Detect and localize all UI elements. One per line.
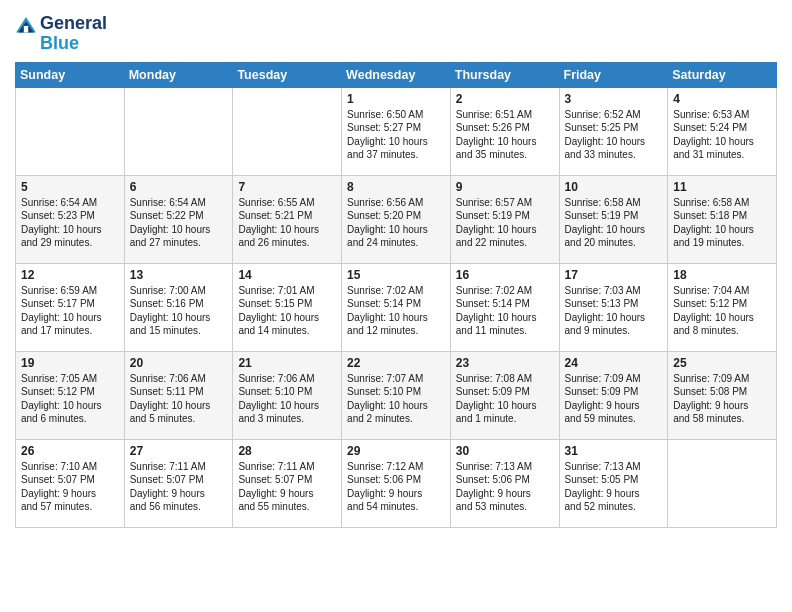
- day-info: Sunrise: 7:08 AM Sunset: 5:09 PM Dayligh…: [456, 372, 554, 426]
- day-number: 23: [456, 356, 554, 370]
- day-info: Sunrise: 6:59 AM Sunset: 5:17 PM Dayligh…: [21, 284, 119, 338]
- cell-1-5: 2Sunrise: 6:51 AM Sunset: 5:26 PM Daylig…: [450, 87, 559, 175]
- day-number: 11: [673, 180, 771, 194]
- cell-4-7: 25Sunrise: 7:09 AM Sunset: 5:08 PM Dayli…: [668, 351, 777, 439]
- day-number: 25: [673, 356, 771, 370]
- svg-rect-2: [24, 26, 28, 33]
- day-number: 10: [565, 180, 663, 194]
- day-info: Sunrise: 7:07 AM Sunset: 5:10 PM Dayligh…: [347, 372, 445, 426]
- day-number: 28: [238, 444, 336, 458]
- day-number: 6: [130, 180, 228, 194]
- cell-5-5: 30Sunrise: 7:13 AM Sunset: 5:06 PM Dayli…: [450, 439, 559, 527]
- day-number: 13: [130, 268, 228, 282]
- day-info: Sunrise: 6:51 AM Sunset: 5:26 PM Dayligh…: [456, 108, 554, 162]
- cell-4-2: 20Sunrise: 7:06 AM Sunset: 5:11 PM Dayli…: [124, 351, 233, 439]
- day-number: 15: [347, 268, 445, 282]
- day-number: 20: [130, 356, 228, 370]
- cell-5-2: 27Sunrise: 7:11 AM Sunset: 5:07 PM Dayli…: [124, 439, 233, 527]
- day-info: Sunrise: 6:50 AM Sunset: 5:27 PM Dayligh…: [347, 108, 445, 162]
- cell-1-2: [124, 87, 233, 175]
- cell-1-6: 3Sunrise: 6:52 AM Sunset: 5:25 PM Daylig…: [559, 87, 668, 175]
- day-number: 29: [347, 444, 445, 458]
- day-info: Sunrise: 6:54 AM Sunset: 5:22 PM Dayligh…: [130, 196, 228, 250]
- week-row-5: 26Sunrise: 7:10 AM Sunset: 5:07 PM Dayli…: [16, 439, 777, 527]
- day-info: Sunrise: 7:13 AM Sunset: 5:06 PM Dayligh…: [456, 460, 554, 514]
- cell-2-3: 7Sunrise: 6:55 AM Sunset: 5:21 PM Daylig…: [233, 175, 342, 263]
- cell-3-1: 12Sunrise: 6:59 AM Sunset: 5:17 PM Dayli…: [16, 263, 125, 351]
- cell-1-3: [233, 87, 342, 175]
- day-number: 22: [347, 356, 445, 370]
- cell-1-7: 4Sunrise: 6:53 AM Sunset: 5:24 PM Daylig…: [668, 87, 777, 175]
- cell-2-7: 11Sunrise: 6:58 AM Sunset: 5:18 PM Dayli…: [668, 175, 777, 263]
- logo: General Blue: [15, 10, 107, 54]
- calendar-header: SundayMondayTuesdayWednesdayThursdayFrid…: [16, 62, 777, 87]
- cell-5-7: [668, 439, 777, 527]
- day-number: 19: [21, 356, 119, 370]
- day-number: 26: [21, 444, 119, 458]
- day-info: Sunrise: 7:06 AM Sunset: 5:11 PM Dayligh…: [130, 372, 228, 426]
- cell-2-5: 9Sunrise: 6:57 AM Sunset: 5:19 PM Daylig…: [450, 175, 559, 263]
- header-day-sunday: Sunday: [16, 62, 125, 87]
- day-info: Sunrise: 7:02 AM Sunset: 5:14 PM Dayligh…: [347, 284, 445, 338]
- cell-4-4: 22Sunrise: 7:07 AM Sunset: 5:10 PM Dayli…: [342, 351, 451, 439]
- day-number: 7: [238, 180, 336, 194]
- day-number: 5: [21, 180, 119, 194]
- day-number: 30: [456, 444, 554, 458]
- calendar-body: 1Sunrise: 6:50 AM Sunset: 5:27 PM Daylig…: [16, 87, 777, 527]
- day-number: 8: [347, 180, 445, 194]
- cell-1-1: [16, 87, 125, 175]
- cell-3-4: 15Sunrise: 7:02 AM Sunset: 5:14 PM Dayli…: [342, 263, 451, 351]
- day-info: Sunrise: 6:56 AM Sunset: 5:20 PM Dayligh…: [347, 196, 445, 250]
- cell-2-1: 5Sunrise: 6:54 AM Sunset: 5:23 PM Daylig…: [16, 175, 125, 263]
- cell-4-1: 19Sunrise: 7:05 AM Sunset: 5:12 PM Dayli…: [16, 351, 125, 439]
- day-number: 16: [456, 268, 554, 282]
- logo-name: General Blue: [40, 14, 107, 54]
- page: General Blue SundayMondayTuesdayWednesda…: [0, 0, 792, 543]
- calendar-table: SundayMondayTuesdayWednesdayThursdayFrid…: [15, 62, 777, 528]
- cell-2-4: 8Sunrise: 6:56 AM Sunset: 5:20 PM Daylig…: [342, 175, 451, 263]
- day-number: 2: [456, 92, 554, 106]
- day-number: 12: [21, 268, 119, 282]
- day-info: Sunrise: 7:00 AM Sunset: 5:16 PM Dayligh…: [130, 284, 228, 338]
- day-info: Sunrise: 7:12 AM Sunset: 5:06 PM Dayligh…: [347, 460, 445, 514]
- day-number: 1: [347, 92, 445, 106]
- day-number: 31: [565, 444, 663, 458]
- header-day-tuesday: Tuesday: [233, 62, 342, 87]
- header: General Blue: [15, 10, 777, 54]
- header-day-monday: Monday: [124, 62, 233, 87]
- day-number: 17: [565, 268, 663, 282]
- week-row-1: 1Sunrise: 6:50 AM Sunset: 5:27 PM Daylig…: [16, 87, 777, 175]
- header-day-thursday: Thursday: [450, 62, 559, 87]
- day-info: Sunrise: 6:55 AM Sunset: 5:21 PM Dayligh…: [238, 196, 336, 250]
- day-info: Sunrise: 6:58 AM Sunset: 5:19 PM Dayligh…: [565, 196, 663, 250]
- day-number: 3: [565, 92, 663, 106]
- cell-3-2: 13Sunrise: 7:00 AM Sunset: 5:16 PM Dayli…: [124, 263, 233, 351]
- day-info: Sunrise: 6:54 AM Sunset: 5:23 PM Dayligh…: [21, 196, 119, 250]
- cell-1-4: 1Sunrise: 6:50 AM Sunset: 5:27 PM Daylig…: [342, 87, 451, 175]
- day-info: Sunrise: 7:04 AM Sunset: 5:12 PM Dayligh…: [673, 284, 771, 338]
- day-info: Sunrise: 7:01 AM Sunset: 5:15 PM Dayligh…: [238, 284, 336, 338]
- cell-3-5: 16Sunrise: 7:02 AM Sunset: 5:14 PM Dayli…: [450, 263, 559, 351]
- day-info: Sunrise: 7:09 AM Sunset: 5:08 PM Dayligh…: [673, 372, 771, 426]
- day-info: Sunrise: 6:58 AM Sunset: 5:18 PM Dayligh…: [673, 196, 771, 250]
- day-number: 4: [673, 92, 771, 106]
- cell-5-3: 28Sunrise: 7:11 AM Sunset: 5:07 PM Dayli…: [233, 439, 342, 527]
- cell-3-6: 17Sunrise: 7:03 AM Sunset: 5:13 PM Dayli…: [559, 263, 668, 351]
- day-info: Sunrise: 6:57 AM Sunset: 5:19 PM Dayligh…: [456, 196, 554, 250]
- day-info: Sunrise: 7:05 AM Sunset: 5:12 PM Dayligh…: [21, 372, 119, 426]
- cell-2-2: 6Sunrise: 6:54 AM Sunset: 5:22 PM Daylig…: [124, 175, 233, 263]
- week-row-4: 19Sunrise: 7:05 AM Sunset: 5:12 PM Dayli…: [16, 351, 777, 439]
- day-info: Sunrise: 6:52 AM Sunset: 5:25 PM Dayligh…: [565, 108, 663, 162]
- cell-5-1: 26Sunrise: 7:10 AM Sunset: 5:07 PM Dayli…: [16, 439, 125, 527]
- day-info: Sunrise: 7:11 AM Sunset: 5:07 PM Dayligh…: [130, 460, 228, 514]
- day-number: 18: [673, 268, 771, 282]
- cell-4-3: 21Sunrise: 7:06 AM Sunset: 5:10 PM Dayli…: [233, 351, 342, 439]
- cell-4-5: 23Sunrise: 7:08 AM Sunset: 5:09 PM Dayli…: [450, 351, 559, 439]
- header-day-saturday: Saturday: [668, 62, 777, 87]
- day-info: Sunrise: 7:11 AM Sunset: 5:07 PM Dayligh…: [238, 460, 336, 514]
- cell-3-7: 18Sunrise: 7:04 AM Sunset: 5:12 PM Dayli…: [668, 263, 777, 351]
- day-info: Sunrise: 7:03 AM Sunset: 5:13 PM Dayligh…: [565, 284, 663, 338]
- day-info: Sunrise: 7:10 AM Sunset: 5:07 PM Dayligh…: [21, 460, 119, 514]
- cell-4-6: 24Sunrise: 7:09 AM Sunset: 5:09 PM Dayli…: [559, 351, 668, 439]
- day-info: Sunrise: 7:09 AM Sunset: 5:09 PM Dayligh…: [565, 372, 663, 426]
